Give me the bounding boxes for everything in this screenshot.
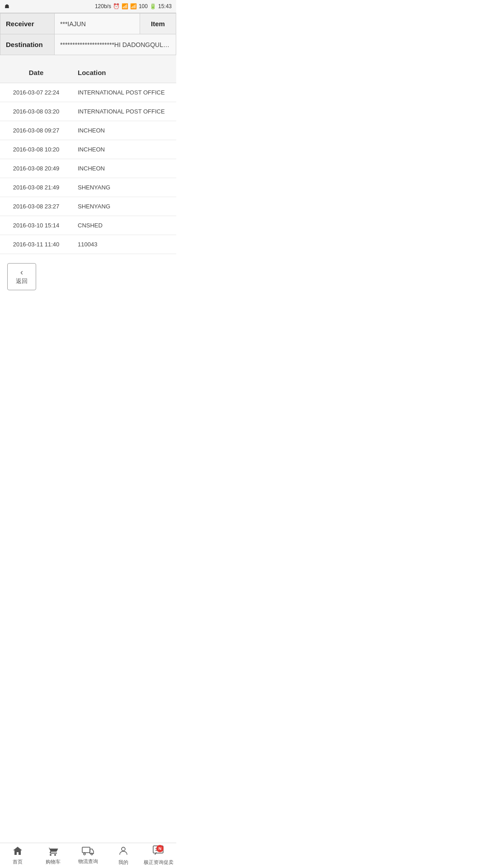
signal-icon: 📶 <box>130 3 137 9</box>
tracking-location: SHENYANG <box>72 197 176 216</box>
chat-badge: N <box>156 845 164 852</box>
tracking-row: 2016-03-07 22:24 INTERNATIONAL POST OFFI… <box>0 83 176 102</box>
truck-icon <box>82 846 94 857</box>
tracking-location: 110043 <box>72 235 176 254</box>
clock-icon: ⏰ <box>113 3 120 9</box>
svg-point-1 <box>84 853 85 855</box>
tracking-location: CNSHED <box>72 216 176 235</box>
nav-label-home: 首页 <box>13 859 23 865</box>
tracking-location: INCHEON <box>72 140 176 159</box>
tracking-row: 2016-03-08 09:27 INCHEON <box>0 121 176 140</box>
tracking-row: 2016-03-08 20:49 INCHEON <box>0 159 176 178</box>
tracking-date: 2016-03-10 15:14 <box>0 216 72 235</box>
tracking-row: 2016-03-08 23:27 SHENYANG <box>0 197 176 216</box>
date-header: Date <box>0 62 72 83</box>
cart-icon <box>47 846 58 858</box>
tracking-location: INCHEON <box>72 159 176 178</box>
back-chevron-icon: ‹ <box>20 268 23 276</box>
section-spacer <box>0 55 176 62</box>
battery-icon: 🔋 <box>150 3 156 9</box>
svg-point-2 <box>91 853 93 855</box>
nav-item-home[interactable]: 首页 <box>0 843 35 868</box>
tracking-date: 2016-03-08 09:27 <box>0 121 72 140</box>
user-icon <box>118 845 129 858</box>
tracking-location: SHENYANG <box>72 178 176 197</box>
nav-item-cart[interactable]: 购物车 <box>35 843 70 868</box>
wifi-icon: 📶 <box>122 3 128 9</box>
nav-item-chat[interactable]: N 极正资询促卖 <box>141 843 176 868</box>
receiver-label: Receiver <box>0 14 55 34</box>
usb-icon: ☗ <box>5 3 9 9</box>
speed-indicator: 120b/s <box>95 3 111 9</box>
info-table: Receiver ***IAJUN Item Destination *****… <box>0 13 176 55</box>
bottom-nav: 首页 购物车 物流查询 我的 <box>0 843 176 868</box>
status-left: ☗ <box>5 3 9 9</box>
nav-label-logistics: 物流查询 <box>78 858 98 865</box>
tracking-row: 2016-03-08 21:49 SHENYANG <box>0 178 176 197</box>
receiver-row: Receiver ***IAJUN Item <box>0 14 176 34</box>
location-header: Location <box>72 62 176 83</box>
svg-rect-0 <box>82 847 90 853</box>
destination-label: Destination <box>0 34 55 55</box>
tracking-row: 2016-03-11 11:40 110043 <box>0 235 176 254</box>
tracking-date: 2016-03-08 03:20 <box>0 102 72 121</box>
battery-level: 100 <box>139 3 148 9</box>
tracking-date: 2016-03-11 11:40 <box>0 235 72 254</box>
home-icon <box>12 846 23 858</box>
destination-value: **********************HI DADONGQULIMINGS… <box>55 34 176 55</box>
status-bar: ☗ 120b/s ⏰ 📶 📶 100 🔋 15:43 <box>0 0 176 13</box>
receiver-value: ***IAJUN <box>55 14 140 34</box>
back-area: ‹ 返回 <box>0 254 176 299</box>
back-label: 返回 <box>16 277 28 285</box>
svg-point-3 <box>122 847 125 851</box>
back-button[interactable]: ‹ 返回 <box>7 263 36 290</box>
destination-row: Destination **********************HI DAD… <box>0 34 176 55</box>
tracking-location: INTERNATIONAL POST OFFICE <box>72 102 176 121</box>
tracking-date: 2016-03-07 22:24 <box>0 83 72 102</box>
status-right: 120b/s ⏰ 📶 📶 100 🔋 15:43 <box>95 3 172 9</box>
tracking-header-row: Date Location <box>0 62 176 83</box>
tracking-date: 2016-03-08 10:20 <box>0 140 72 159</box>
nav-item-logistics[interactable]: 物流查询 <box>70 843 106 868</box>
nav-label-chat: 极正资询促卖 <box>144 859 174 866</box>
item-label: Item <box>140 14 176 34</box>
nav-label-mine: 我的 <box>118 859 128 866</box>
tracking-row: 2016-03-10 15:14 CNSHED <box>0 216 176 235</box>
tracking-date: 2016-03-08 20:49 <box>0 159 72 178</box>
tracking-location: INTERNATIONAL POST OFFICE <box>72 83 176 102</box>
tracking-location: INCHEON <box>72 121 176 140</box>
tracking-table: Date Location 2016-03-07 22:24 INTERNATI… <box>0 62 176 254</box>
time-display: 15:43 <box>158 3 172 9</box>
main-content: Date Location 2016-03-07 22:24 INTERNATI… <box>0 62 176 843</box>
tracking-date: 2016-03-08 23:27 <box>0 197 72 216</box>
nav-item-mine[interactable]: 我的 <box>106 843 141 868</box>
tracking-row: 2016-03-08 03:20 INTERNATIONAL POST OFFI… <box>0 102 176 121</box>
tracking-date: 2016-03-08 21:49 <box>0 178 72 197</box>
tracking-row: 2016-03-08 10:20 INCHEON <box>0 140 176 159</box>
nav-label-cart: 购物车 <box>46 859 61 865</box>
